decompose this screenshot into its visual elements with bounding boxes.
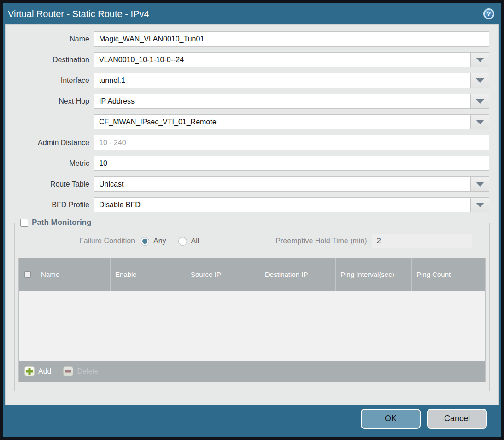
failure-condition-row: Failure Condition Any All Preemptive Hol…: [18, 234, 483, 248]
metric-field-wrap: [94, 156, 489, 171]
next-hop-address-input[interactable]: [94, 114, 489, 129]
chevron-down-icon: [476, 78, 484, 83]
radio-selected-dot: [142, 239, 147, 244]
path-monitoring-title: Path Monitoring: [32, 218, 91, 227]
column-header-destination-ip: Destination IP: [260, 258, 336, 291]
metric-label: Metric: [6, 159, 94, 168]
cancel-button[interactable]: Cancel: [427, 409, 487, 429]
path-monitoring-table: Name Enable Source IP Destination IP Pin…: [18, 258, 486, 382]
chevron-down-icon: [476, 203, 484, 207]
chevron-down-icon: [476, 58, 484, 62]
form-panel: Name Destination Interface: [5, 24, 499, 405]
admin-distance-input[interactable]: [94, 135, 489, 150]
destination-field-wrap: [94, 52, 489, 67]
bfd-profile-label: BFD Profile: [6, 201, 94, 209]
failure-condition-all-radio[interactable]: [178, 237, 187, 246]
chevron-down-icon: [476, 120, 484, 124]
name-row: Name: [6, 31, 498, 47]
dialog-frame: Virtual Router - Static Route - IPv4 ? N…: [0, 0, 504, 440]
column-header-ping-interval: Ping Interval(sec): [336, 258, 412, 291]
column-header-source-ip: Source IP: [186, 258, 260, 291]
page-title: Virtual Router - Static Route - IPv4: [8, 9, 483, 19]
next-hop-address-field-wrap: [94, 114, 489, 129]
dialog-button-bar: OK Cancel: [3, 405, 501, 437]
route-table-input[interactable]: [94, 176, 489, 192]
bfd-profile-field-wrap: [94, 197, 489, 212]
bfd-profile-dropdown-button[interactable]: [470, 198, 489, 212]
name-input[interactable]: [94, 31, 489, 47]
next-hop-type-input[interactable]: [94, 94, 489, 109]
chevron-down-icon: [476, 182, 484, 187]
minus-icon: [63, 366, 73, 376]
name-field-wrap: [94, 31, 489, 47]
destination-input[interactable]: [94, 52, 489, 67]
failure-condition-any-radio[interactable]: [141, 237, 149, 246]
interface-row: Interface: [6, 73, 498, 88]
path-monitoring-checkbox[interactable]: [20, 219, 28, 227]
bfd-profile-row: BFD Profile: [6, 197, 498, 212]
next-hop-address-dropdown-button[interactable]: [470, 115, 489, 129]
next-hop-address-row: [6, 114, 498, 129]
path-monitoring-section: Path Monitoring Failure Condition Any Al…: [14, 218, 490, 391]
column-header-ping-count: Ping Count: [412, 258, 485, 291]
select-all-checkbox[interactable]: [24, 271, 31, 278]
preemptive-hold-time-input[interactable]: [372, 234, 472, 248]
interface-label: Interface: [6, 76, 94, 85]
add-button-label: Add: [38, 367, 51, 375]
name-label: Name: [6, 35, 94, 43]
preemptive-hold-time-label: Preemptive Hold Time (min): [275, 237, 371, 245]
route-table-field-wrap: [94, 176, 489, 192]
radio-group-any: Any: [141, 237, 166, 246]
table-header-row: Name Enable Source IP Destination IP Pin…: [19, 258, 485, 291]
failure-condition-label: Failure Condition: [18, 237, 141, 245]
metric-row: Metric: [6, 156, 498, 171]
interface-dropdown-button[interactable]: [470, 73, 489, 88]
destination-dropdown-button[interactable]: [470, 53, 489, 67]
destination-row: Destination: [6, 52, 498, 67]
route-table-dropdown-button[interactable]: [470, 177, 489, 191]
next-hop-dropdown-button[interactable]: [470, 94, 489, 108]
admin-distance-label: Admin Distance: [6, 139, 94, 147]
delete-button[interactable]: Delete: [63, 366, 98, 376]
all-radio-label: All: [191, 237, 199, 245]
path-monitoring-legend: Path Monitoring: [19, 218, 95, 227]
destination-label: Destination: [6, 56, 94, 64]
table-header-checkbox-cell: [19, 258, 36, 291]
radio-group-all: All: [178, 237, 199, 246]
metric-input[interactable]: [94, 156, 489, 171]
any-radio-label: Any: [153, 237, 166, 245]
interface-input[interactable]: [94, 73, 489, 88]
interface-field-wrap: [94, 73, 489, 88]
admin-distance-field-wrap: [94, 135, 489, 150]
route-table-row: Route Table: [6, 176, 498, 192]
ok-button[interactable]: OK: [361, 409, 421, 429]
table-body-empty: [19, 291, 485, 361]
column-header-name: Name: [36, 258, 111, 291]
next-hop-label: Next Hop: [6, 97, 94, 106]
add-button[interactable]: Add: [24, 366, 51, 376]
column-header-enable: Enable: [111, 258, 186, 291]
route-table-label: Route Table: [6, 180, 94, 188]
chevron-down-icon: [476, 99, 484, 104]
admin-distance-row: Admin Distance: [6, 135, 498, 150]
bfd-profile-input[interactable]: [94, 197, 489, 212]
next-hop-row: Next Hop: [6, 94, 498, 109]
help-icon[interactable]: ?: [483, 8, 494, 19]
plus-icon: [24, 366, 35, 376]
titlebar: Virtual Router - Static Route - IPv4 ?: [3, 3, 501, 24]
static-route-dialog: Virtual Router - Static Route - IPv4 ? N…: [3, 3, 501, 437]
table-footer-toolbar: Add Delete: [19, 361, 485, 382]
next-hop-field-wrap: [94, 94, 489, 109]
delete-button-label: Delete: [77, 367, 98, 375]
